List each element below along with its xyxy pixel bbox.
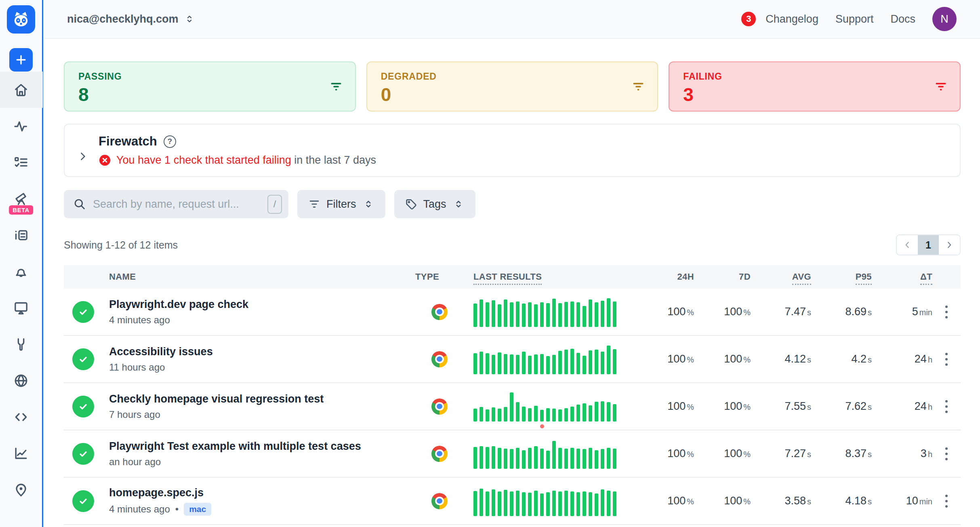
checklist-icon	[13, 154, 29, 171]
filters-button[interactable]: Filters	[297, 190, 385, 218]
expand-chevron-icon[interactable]	[77, 150, 89, 162]
changelog-badge[interactable]: 3	[741, 12, 756, 26]
column-header-name: NAME	[103, 272, 415, 282]
results-bar-chart[interactable]	[473, 297, 637, 327]
nav-support[interactable]: Support	[835, 13, 874, 25]
search-input[interactable]	[93, 198, 261, 211]
results-bar-chart[interactable]	[473, 392, 637, 422]
value-p95: 4.18s	[811, 495, 872, 507]
filter-icon[interactable]	[934, 80, 948, 93]
value-7d: 100%	[694, 306, 751, 318]
table-row[interactable]: Playwright.dev page check 4 minutes ago …	[64, 289, 961, 336]
table-header: NAME TYPE LAST RESULTS 24H 7D AVG P95 ΔT	[64, 265, 961, 289]
value-dt: 3h	[872, 447, 932, 460]
column-header-avg[interactable]: AVG	[751, 272, 811, 282]
table-row[interactable]: Playwright Test example with multiple te…	[64, 430, 961, 478]
account-switcher[interactable]: nica@checklyhq.com	[67, 13, 195, 25]
filter-icon[interactable]	[329, 80, 343, 93]
main-content: PASSING 8 DEGRADED 0 FAILING 3 Firewatch…	[44, 0, 980, 525]
error-icon	[99, 154, 111, 167]
chrome-browser-icon	[431, 493, 448, 509]
value-7d: 100%	[694, 353, 751, 365]
user-avatar[interactable]: N	[932, 7, 957, 31]
value-24h: 100%	[637, 495, 694, 507]
next-page-button[interactable]	[939, 235, 960, 255]
check-name[interactable]: Accessibility issues	[109, 346, 415, 358]
bell-icon	[13, 264, 29, 280]
column-header-last-results[interactable]: LAST RESULTS	[464, 272, 637, 282]
table-row[interactable]: Checkly homepage visual regression test …	[64, 383, 961, 430]
check-name[interactable]: Checkly homepage visual regression test	[109, 393, 415, 405]
table-row[interactable]: homepage.spec.js 4 minutes ago • mac 100…	[64, 478, 961, 525]
status-passing-icon	[72, 443, 94, 465]
status-passing-icon	[72, 490, 94, 512]
status-card-label: FAILING	[683, 71, 946, 82]
firewatch-alert[interactable]: You have 1 check that started failing in…	[116, 154, 376, 167]
status-card-failing[interactable]: FAILING 3	[669, 61, 961, 112]
sidebar-item-snippets[interactable]	[0, 399, 43, 435]
table-row[interactable]: Accessibility issues 11 hours ago 100% 1…	[64, 336, 961, 383]
row-menu-button[interactable]	[943, 445, 950, 463]
sidebar-item-dashboards[interactable]	[0, 290, 43, 326]
sidebar-item-logs[interactable]	[0, 217, 43, 253]
help-icon[interactable]: ?	[164, 135, 176, 148]
checks-table-body: Playwright.dev page check 4 minutes ago …	[64, 289, 961, 525]
value-dt: 24h	[872, 400, 932, 413]
runtime-badge: mac	[184, 503, 211, 516]
topnav: 3 Changelog Support Docs N	[741, 7, 957, 31]
sidebar-item-monitoring[interactable]	[0, 108, 43, 144]
row-menu-button[interactable]	[943, 350, 950, 368]
topbar: nica@checklyhq.com 3 Changelog Support D…	[44, 0, 980, 39]
sidebar-item-analytics[interactable]	[0, 435, 43, 472]
results-bar-chart[interactable]	[473, 344, 637, 374]
value-p95: 8.69s	[811, 306, 872, 318]
value-avg: 7.47s	[751, 306, 811, 318]
value-avg: 4.12s	[751, 353, 811, 365]
create-new-button[interactable]	[9, 48, 33, 72]
column-header-p95[interactable]: P95	[811, 272, 872, 282]
check-name[interactable]: Playwright.dev page check	[109, 298, 415, 311]
prev-page-button[interactable]	[897, 235, 918, 255]
pulse-icon	[13, 118, 29, 134]
search-box[interactable]: /	[64, 190, 288, 218]
value-24h: 100%	[637, 400, 694, 413]
row-menu-button[interactable]	[943, 492, 950, 510]
chrome-browser-icon	[431, 398, 448, 415]
check-name[interactable]: Playwright Test example with multiple te…	[109, 440, 415, 453]
sidebar-item-experiments-beta[interactable]: BETA	[0, 181, 43, 217]
tags-button[interactable]: Tags	[394, 190, 475, 218]
filter-icon[interactable]	[631, 80, 645, 93]
nav-changelog[interactable]: Changelog	[765, 13, 818, 25]
column-header-24h: 24H	[637, 272, 694, 282]
filter-icon	[308, 198, 321, 211]
meta-separator: •	[175, 504, 179, 515]
sidebar-item-api[interactable]	[0, 363, 43, 399]
checkly-logo[interactable]	[7, 5, 35, 34]
status-passing-icon	[72, 301, 94, 323]
search-icon	[73, 197, 86, 211]
current-page[interactable]: 1	[918, 235, 939, 255]
wrench-icon	[13, 336, 29, 352]
sidebar: BETA	[0, 0, 43, 527]
row-menu-button[interactable]	[943, 398, 950, 415]
chrome-browser-icon	[431, 446, 448, 462]
row-menu-button[interactable]	[943, 303, 950, 321]
column-header-7d: 7D	[694, 272, 751, 282]
chevron-up-down-icon	[184, 13, 195, 25]
sidebar-item-checks[interactable]	[0, 144, 43, 181]
value-24h: 100%	[637, 353, 694, 365]
sidebar-item-locations[interactable]	[0, 472, 43, 508]
trend-chart-icon	[13, 445, 29, 462]
value-p95: 7.62s	[811, 400, 872, 413]
check-name[interactable]: homepage.spec.js	[109, 487, 415, 499]
nav-docs[interactable]: Docs	[890, 13, 915, 25]
results-bar-chart[interactable]	[473, 439, 637, 469]
column-header-dt[interactable]: ΔT	[872, 272, 932, 282]
status-card-degraded[interactable]: DEGRADED 0	[366, 61, 658, 112]
sidebar-item-alerts[interactable]	[0, 253, 43, 290]
value-7d: 100%	[694, 400, 751, 413]
status-card-passing[interactable]: PASSING 8	[64, 61, 356, 112]
results-bar-chart[interactable]	[473, 486, 637, 516]
sidebar-item-maintenance[interactable]	[0, 326, 43, 363]
sidebar-item-home[interactable]	[0, 72, 43, 108]
